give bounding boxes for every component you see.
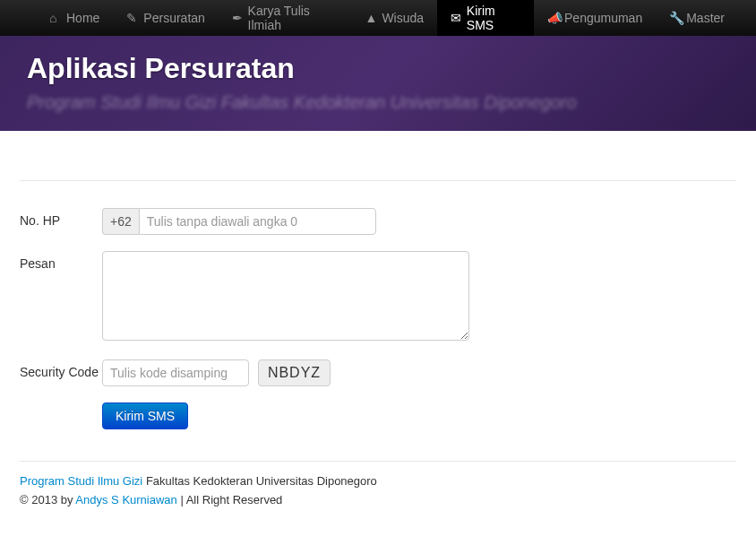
edit-icon: ✎	[126, 11, 139, 25]
divider	[20, 180, 736, 181]
nav-label: Home	[66, 11, 99, 25]
nav-label: Persuratan	[143, 11, 204, 25]
page-title: Aplikasi Persuratan	[27, 52, 729, 85]
pesan-label: Pesan	[20, 251, 102, 271]
bullhorn-icon: 📣	[547, 11, 560, 25]
footer-link-prodi[interactable]: Program Studi Ilmu Gizi	[20, 474, 142, 488]
hp-prefix: +62	[102, 208, 139, 235]
footer-link-author[interactable]: Andys S Kurniawan	[75, 493, 176, 506]
leaf-icon: ✒	[232, 11, 244, 25]
nav-label: Wisuda	[382, 11, 424, 25]
footer: Program Studi Ilmu Gizi Fakultas Kedokte…	[20, 472, 736, 510]
page-subtitle: Program Studi Ilmu Gizi Fakultas Kedokte…	[27, 92, 729, 113]
security-label: Security Code	[20, 359, 102, 379]
footer-copyright: © 2013 by	[20, 493, 75, 506]
home-icon: ⌂	[49, 11, 62, 25]
top-navbar: ⌂Home ✎Persuratan ✒Karya Tulis Ilmiah ▲W…	[0, 0, 756, 36]
security-code-display: NBDYZ	[258, 359, 331, 386]
pesan-textarea[interactable]	[102, 251, 469, 341]
wrench-icon: 🔧	[669, 11, 682, 25]
footer-text: Fakultas Kedokteran Universitas Diponego…	[142, 474, 377, 488]
envelope-icon: ✉	[451, 11, 462, 25]
hp-input[interactable]	[139, 208, 376, 235]
nav-label: Kirim SMS	[467, 4, 520, 32]
nav-label: Karya Tulis Ilmiah	[248, 4, 339, 32]
hp-label: No. HP	[20, 208, 102, 228]
nav-label: Master	[686, 11, 725, 25]
footer-rights: | All Right Reserved	[177, 493, 283, 506]
banner: Aplikasi Persuratan Program Studi Ilmu G…	[0, 36, 756, 131]
security-input[interactable]	[102, 359, 249, 386]
footer-divider	[20, 461, 736, 462]
road-icon: ▲	[365, 11, 377, 25]
submit-button[interactable]: Kirim SMS	[102, 403, 188, 429]
nav-label: Pengumuman	[564, 11, 642, 25]
